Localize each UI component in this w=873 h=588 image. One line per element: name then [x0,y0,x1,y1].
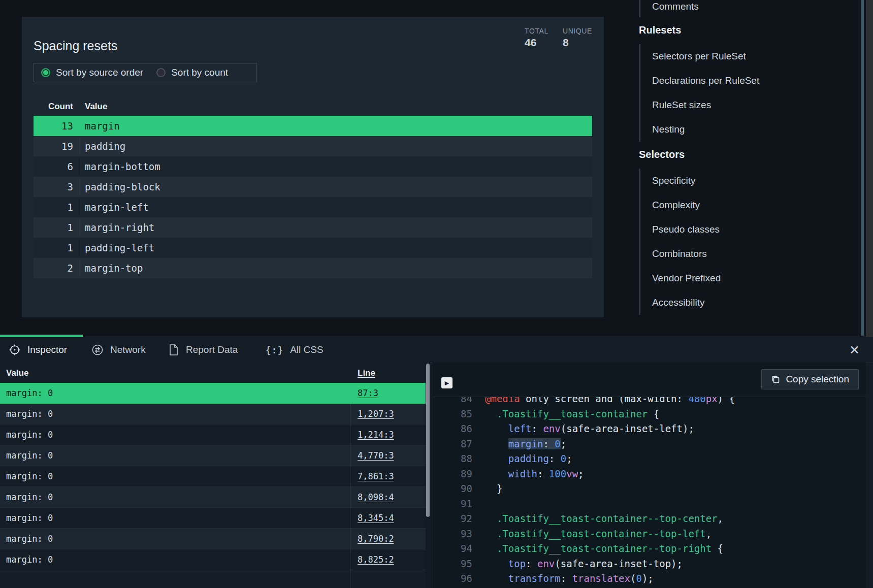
declaration-value: margin: 0 [6,492,53,502]
line-link[interactable]: 4,770:3 [358,450,394,461]
copy-selection-button[interactable]: Copy selection [761,369,859,389]
line-link[interactable]: 1,207:3 [358,409,394,419]
code-line: 88 padding: 0; [433,451,866,467]
stat-total: TOTAL 46 [525,27,548,49]
code-text: .Toastify__toast-container { [472,407,659,422]
declaration-row[interactable]: margin: 087:3 [0,383,430,404]
code-token [485,528,497,539]
code-token: ) { [718,397,735,404]
sidebar-item-nesting[interactable]: Nesting [652,117,858,142]
table-row-padding-left[interactable]: 1padding-left [34,238,592,258]
sort-option-label: Sort by source order [56,67,143,78]
sidebar-item-accessibility[interactable]: Accessibility [652,290,858,315]
tab-label: Network [110,344,146,355]
code-token: .Toastify__toast-container [497,408,648,419]
sidebar-item-combinators[interactable]: Combinators [652,242,858,266]
tab-network[interactable]: Network [91,337,146,363]
declaration-value: margin: 0 [6,409,53,419]
line-number: 88 [433,451,472,467]
declaration-table-header: Value Line [0,363,430,383]
table-row-margin-top[interactable]: 2margin-top [34,258,592,278]
value-cell: margin-right [85,222,154,233]
table-row-padding-block[interactable]: 3padding-block [34,177,592,197]
code-token: translatex [572,573,630,584]
line-number: 91 [433,497,472,512]
sidebar-item-selectors-per-ruleset[interactable]: Selectors per RuleSet [652,44,858,69]
declaration-value: margin: 0 [6,471,53,481]
tab-all-css[interactable]: {:}All CSS [265,337,324,363]
line-link[interactable]: 1,214:3 [358,430,394,440]
tab-report-data[interactable]: Report Data [168,337,238,363]
code-text: @media only screen and (max-width: 480px… [472,397,735,407]
table-row-margin-right[interactable]: 1margin-right [34,217,592,238]
inspector-panel: ✕ InspectorNetworkReport Data{:}All CSS … [0,337,873,588]
value-cell: margin-top [85,263,143,274]
code-token [485,543,497,554]
code-token: : [526,558,537,569]
table-row-margin-bottom[interactable]: 6margin-bottom [34,156,592,177]
tab-inspector[interactable]: Inspector [9,337,67,363]
count-cell: 1 [34,202,73,213]
declaration-row[interactable]: margin: 08,345:4 [0,508,430,529]
code-token: { [648,408,659,419]
code-text: .Toastify__toast-container--top-center, [472,511,723,527]
line-link[interactable]: 87:3 [358,388,378,398]
table-row-margin-left[interactable]: 1margin-left [34,197,592,217]
list-scrollbar-thumb[interactable] [426,364,430,517]
line-number: 92 [433,511,472,527]
spacing-table: Count Value 13margin19padding6margin-bot… [34,97,592,278]
stat-total-value: 46 [525,37,548,49]
copy-selection-label: Copy selection [786,374,849,385]
sidebar-item-declarations-per-ruleset[interactable]: Declarations per RuleSet [652,69,858,93]
expand-pane-icon[interactable]: ▶ [441,377,452,388]
sidebar-item-ruleset-sizes[interactable]: RuleSet sizes [652,93,858,117]
code-line: 94 .Toastify__toast-container--top-right… [433,541,866,557]
table-row-padding[interactable]: 19padding [34,136,592,156]
sidebar-item-pseudo-classes[interactable]: Pseudo classes [652,217,858,242]
sort-controls: Sort by source orderSort by count [34,63,257,82]
sort-option-label: Sort by count [171,67,228,78]
sidebar-item-specificity[interactable]: Specificity [652,169,858,193]
code-text: } [472,481,502,497]
declaration-row[interactable]: margin: 07,861:3 [0,466,430,487]
code-token: 480 [688,397,705,404]
code-token: .Toastify__toast-container--top-center [497,513,718,524]
code-line: 84@media only screen and (max-width: 480… [433,397,866,407]
list-scrollbar-track[interactable] [426,363,430,588]
line-sort-header[interactable]: Line [358,368,375,378]
code-token: left [508,423,532,434]
code-token: ; [561,438,566,449]
code-text: .Toastify__toast-container--top-left, [472,527,712,542]
sidebar-scrollbar[interactable] [861,0,864,336]
document-icon [168,344,179,356]
sidebar-item-comments[interactable]: Comments [652,0,858,17]
declaration-row[interactable]: margin: 08,098:4 [0,487,430,508]
code-line: 86 left: env(safe-area-inset-left); [433,421,866,437]
declaration-row[interactable]: margin: 08,825:2 [0,549,430,570]
sidebar-item-vendor-prefixed[interactable]: Vendor Prefixed [652,266,858,290]
code-token [485,513,497,524]
value-cell: margin-left [85,202,149,213]
declaration-row[interactable]: margin: 01,214:3 [0,424,430,445]
line-link[interactable]: 8,098:4 [358,492,394,502]
close-icon[interactable]: ✕ [849,342,860,357]
code-line: 85 .Toastify__toast-container { [433,407,866,422]
declaration-row[interactable]: margin: 04,770:3 [0,445,430,466]
sidebar-item-complexity[interactable]: Complexity [652,193,858,217]
declaration-row[interactable]: margin: 08,790:2 [0,529,430,549]
line-link[interactable]: 8,825:2 [358,554,394,565]
stat-unique-label: UNIQUE [563,27,592,35]
code-text: top: env(safe-area-inset-top); [472,557,683,572]
code-token: vw [566,468,578,479]
code-token: : [549,453,561,464]
value-cell: padding-block [85,181,160,192]
code-line: 89 width: 100vw; [433,467,866,482]
declaration-row[interactable]: margin: 01,207:3 [0,404,430,424]
line-link[interactable]: 7,861:3 [358,471,394,481]
line-link[interactable]: 8,790:2 [358,534,394,544]
code-token: px [706,397,718,404]
line-link[interactable]: 8,345:4 [358,513,394,523]
table-row-margin[interactable]: 13margin [34,116,592,136]
sort-option-sort-by-count[interactable]: Sort by count [156,67,228,78]
sort-option-sort-by-source-order[interactable]: Sort by source order [41,67,143,78]
